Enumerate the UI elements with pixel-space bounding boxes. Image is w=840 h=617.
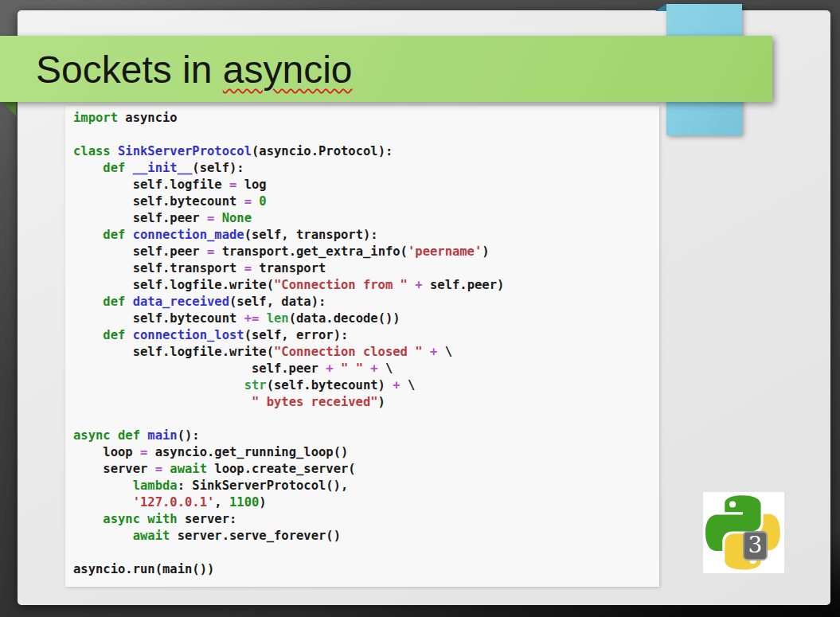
code-line (73, 127, 659, 143)
code-line: def __init__(self): (73, 160, 659, 177)
code-line: self.bytecount = 0 (73, 193, 659, 210)
code-line: '127.0.0.1', 1100) (73, 494, 659, 511)
presentation-background: Sockets in asyncio import asyncio class … (0, 0, 840, 617)
title-banner: Sockets in asyncio (0, 36, 772, 102)
code-line: import asyncio (73, 110, 659, 127)
slide-title-text: Sockets in (36, 49, 223, 91)
code-line (73, 411, 659, 428)
code-line: self.peer = None (73, 210, 659, 227)
code-line: asyncio.run(main()) (73, 561, 659, 578)
slide-title: Sockets in asyncio (36, 36, 353, 102)
code-line: str(self.bytecount) + \ (73, 377, 659, 394)
code-line: async with server: (73, 511, 659, 528)
code-line: class SinkServerProtocol(asyncio.Protoco… (73, 143, 659, 160)
misspelled-word: asyncio (223, 49, 353, 91)
code-line: self.peer + " " + \ (73, 361, 659, 377)
ribbon-fold-icon (655, 4, 666, 11)
code-line: self.transport = transport (73, 260, 659, 277)
code-line: def data_received(self, data): (73, 294, 659, 310)
python3-badge: 3 (743, 531, 768, 560)
code-line: await server.serve_forever() (73, 528, 659, 545)
code-line: self.bytecount += len(data.decode()) (73, 310, 659, 327)
code-line (73, 545, 659, 561)
code-line: self.logfile.write("Connection closed " … (73, 344, 659, 361)
code-line: def connection_made(self, transport): (73, 227, 659, 244)
banner-fold-icon (2, 102, 16, 116)
code-line: loop = asyncio.get_running_loop() (73, 444, 659, 461)
code-block: import asyncio class SinkServerProtocol(… (65, 106, 659, 587)
code-line: async def main(): (73, 428, 659, 444)
code-line: self.peer = transport.get_extra_info('pe… (73, 244, 659, 260)
code-line: lambda: SinkServerProtocol(), (73, 478, 659, 494)
code-line: server = await loop.create_server( (73, 461, 659, 478)
python3-badge-number: 3 (748, 532, 763, 558)
python3-logo: 3 (703, 492, 784, 573)
code-line: " bytes received") (73, 394, 659, 411)
code-line: self.logfile.write("Connection from " + … (73, 277, 659, 294)
code-line: def connection_lost(self, error): (73, 327, 659, 344)
code-line: self.logfile = log (73, 177, 659, 193)
